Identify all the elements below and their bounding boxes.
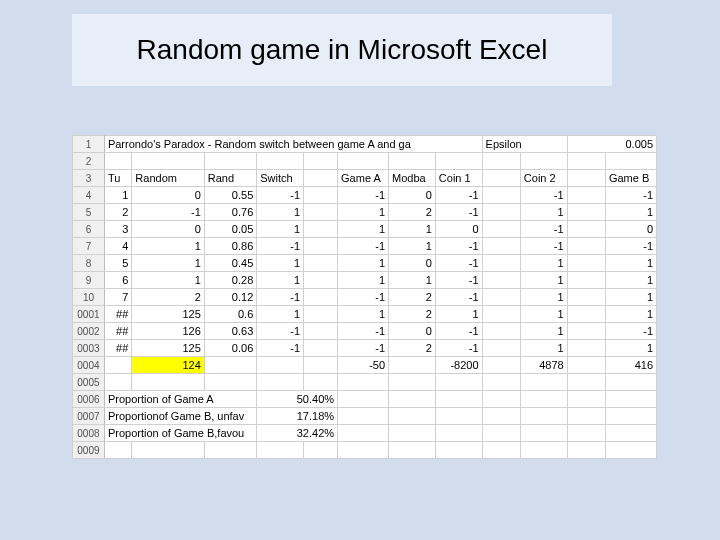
- cell[interactable]: 0: [389, 187, 436, 204]
- row-header[interactable]: 4: [73, 187, 105, 204]
- cell[interactable]: 1: [257, 255, 304, 272]
- cell[interactable]: -1: [435, 272, 482, 289]
- cell[interactable]: 1: [605, 255, 656, 272]
- cell[interactable]: 1: [338, 255, 389, 272]
- row-header[interactable]: 9: [73, 272, 105, 289]
- cell[interactable]: -1: [257, 238, 304, 255]
- row-header[interactable]: 7: [73, 238, 105, 255]
- cell[interactable]: -1: [435, 255, 482, 272]
- cell[interactable]: -1: [435, 187, 482, 204]
- cell[interactable]: 0.05: [204, 221, 256, 238]
- cell[interactable]: -1: [257, 323, 304, 340]
- cell[interactable]: 0.63: [204, 323, 256, 340]
- cell[interactable]: 2: [132, 289, 204, 306]
- cell[interactable]: 2: [389, 340, 436, 357]
- cell[interactable]: -1: [605, 187, 656, 204]
- stat-value[interactable]: 32.42%: [257, 425, 338, 442]
- total-game-b[interactable]: 416: [605, 357, 656, 374]
- cell[interactable]: 1: [605, 272, 656, 289]
- col-game-b[interactable]: Game B: [605, 170, 656, 187]
- cell[interactable]: 1: [389, 238, 436, 255]
- cell[interactable]: -1: [257, 289, 304, 306]
- cell[interactable]: 1: [132, 255, 204, 272]
- col-coin1[interactable]: Coin 1: [435, 170, 482, 187]
- cell[interactable]: 2: [389, 289, 436, 306]
- cell[interactable]: 5: [104, 255, 131, 272]
- cell[interactable]: 1: [338, 272, 389, 289]
- total-coin2[interactable]: 4878: [520, 357, 567, 374]
- stat-value[interactable]: 17.18%: [257, 408, 338, 425]
- cell[interactable]: 1: [520, 323, 567, 340]
- cell[interactable]: 0: [389, 255, 436, 272]
- cell[interactable]: 1: [257, 221, 304, 238]
- cell[interactable]: -1: [338, 340, 389, 357]
- col-coin2[interactable]: Coin 2: [520, 170, 567, 187]
- cell[interactable]: -1: [520, 221, 567, 238]
- stat-label[interactable]: Proportion of Game B,favou: [104, 425, 256, 442]
- row-header[interactable]: 8: [73, 255, 105, 272]
- cell[interactable]: 1: [257, 204, 304, 221]
- cell[interactable]: 2: [104, 204, 131, 221]
- epsilon-value-cell[interactable]: 0.005: [567, 136, 656, 153]
- cell[interactable]: 0.55: [204, 187, 256, 204]
- total-coin1[interactable]: -8200: [435, 357, 482, 374]
- cell[interactable]: 1: [520, 340, 567, 357]
- total-game-a[interactable]: -50: [338, 357, 389, 374]
- cell[interactable]: -1: [435, 204, 482, 221]
- cell[interactable]: 125: [132, 306, 204, 323]
- cell[interactable]: ##: [104, 306, 131, 323]
- cell[interactable]: 0.76: [204, 204, 256, 221]
- cell[interactable]: 1: [338, 204, 389, 221]
- cell[interactable]: 6: [104, 272, 131, 289]
- row-header[interactable]: 0001: [73, 306, 105, 323]
- cell[interactable]: 1: [389, 272, 436, 289]
- cell[interactable]: -1: [132, 204, 204, 221]
- cell[interactable]: 0: [605, 221, 656, 238]
- cell[interactable]: 1: [132, 238, 204, 255]
- cell[interactable]: 1: [605, 204, 656, 221]
- cell[interactable]: 0.86: [204, 238, 256, 255]
- row-header[interactable]: 0008: [73, 425, 105, 442]
- cell[interactable]: -1: [605, 238, 656, 255]
- cell[interactable]: 0.06: [204, 340, 256, 357]
- col-rand[interactable]: Rand: [204, 170, 256, 187]
- cell[interactable]: 0.12: [204, 289, 256, 306]
- cell[interactable]: 1: [520, 204, 567, 221]
- cell[interactable]: 1: [132, 272, 204, 289]
- cell[interactable]: 0: [389, 323, 436, 340]
- cell[interactable]: 1: [520, 272, 567, 289]
- epsilon-label-cell[interactable]: Epsilon: [482, 136, 567, 153]
- cell[interactable]: -1: [520, 187, 567, 204]
- total-rand[interactable]: 124: [132, 357, 204, 374]
- cell[interactable]: -1: [338, 323, 389, 340]
- cell[interactable]: 0.6: [204, 306, 256, 323]
- row-header[interactable]: 0005: [73, 374, 105, 391]
- col-modba[interactable]: Modba: [389, 170, 436, 187]
- cell[interactable]: 0: [132, 221, 204, 238]
- cell[interactable]: 1: [605, 289, 656, 306]
- row-header[interactable]: 0003: [73, 340, 105, 357]
- cell[interactable]: ##: [104, 340, 131, 357]
- cell[interactable]: -1: [520, 238, 567, 255]
- cell[interactable]: -1: [435, 289, 482, 306]
- cell[interactable]: -1: [338, 187, 389, 204]
- cell[interactable]: -1: [435, 238, 482, 255]
- row-header[interactable]: 0009: [73, 442, 105, 459]
- row-header[interactable]: 0007: [73, 408, 105, 425]
- stat-value[interactable]: 50.40%: [257, 391, 338, 408]
- col-game-a[interactable]: Game A: [338, 170, 389, 187]
- cell[interactable]: -1: [605, 323, 656, 340]
- cell[interactable]: 2: [389, 306, 436, 323]
- cell[interactable]: 4: [104, 238, 131, 255]
- row-header[interactable]: 1: [73, 136, 105, 153]
- row-header[interactable]: 2: [73, 153, 105, 170]
- cell[interactable]: 1: [605, 306, 656, 323]
- cell[interactable]: 1: [338, 306, 389, 323]
- col-random[interactable]: Random: [132, 170, 204, 187]
- sheet-title-cell[interactable]: Parrondo's Paradox - Random switch betwe…: [104, 136, 482, 153]
- cell[interactable]: -1: [257, 340, 304, 357]
- cell[interactable]: 3: [104, 221, 131, 238]
- cell[interactable]: 7: [104, 289, 131, 306]
- row-header[interactable]: 3: [73, 170, 105, 187]
- cell[interactable]: 1: [257, 306, 304, 323]
